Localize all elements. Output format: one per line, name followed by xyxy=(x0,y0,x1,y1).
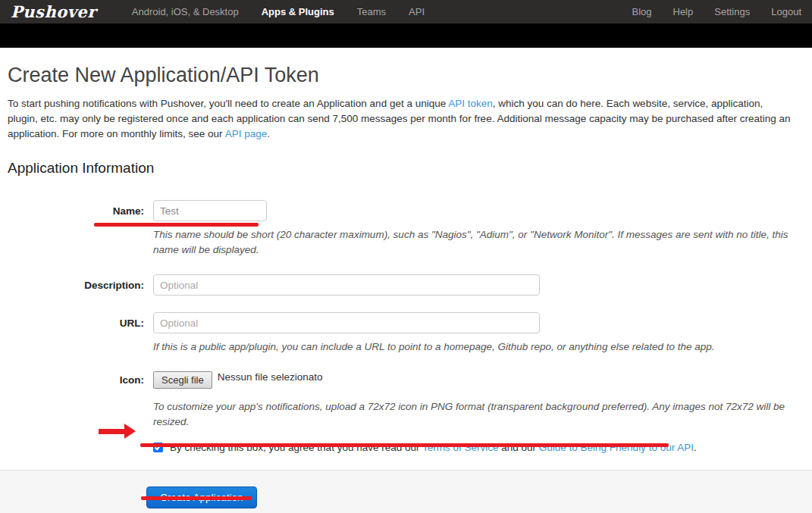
nav-item-apps-plugins[interactable]: Apps & Plugins xyxy=(250,6,346,17)
top-nav: Pushover Android, iOS, & Desktop Apps & … xyxy=(0,0,812,23)
agreement-text-1: By checking this box, you agree that you… xyxy=(170,442,422,453)
black-banner-strip xyxy=(0,23,812,48)
create-application-button[interactable]: Create Application xyxy=(146,486,257,508)
name-helper-text: This name should be short (20 character … xyxy=(153,227,793,258)
intro-paragraph: To start pushing notifications with Push… xyxy=(8,96,793,142)
nav-item-api[interactable]: API xyxy=(397,6,436,17)
agreement-row: By checking this box, you agree that you… xyxy=(8,442,793,453)
form-footer: Create Application xyxy=(0,470,812,513)
name-input[interactable] xyxy=(153,200,267,221)
pushover-logo[interactable]: Pushover xyxy=(11,2,96,21)
url-row: URL: xyxy=(8,312,793,333)
agreement-text-3: . xyxy=(694,442,697,453)
agreement-text: By checking this box, you agree that you… xyxy=(170,442,697,453)
icon-row: Icon: Scegli file Nessun file selezionat… xyxy=(8,371,793,389)
nav-item-help[interactable]: Help xyxy=(663,6,704,17)
nav-item-teams[interactable]: Teams xyxy=(346,6,397,17)
url-input[interactable] xyxy=(153,312,540,333)
name-row: Name: xyxy=(8,200,793,221)
api-token-link[interactable]: API token xyxy=(448,98,493,109)
nav-item-settings[interactable]: Settings xyxy=(704,6,760,17)
intro-text-3: . xyxy=(267,128,270,139)
main-content: Create New Application/API Token To star… xyxy=(0,64,812,453)
url-helper-text: If this is a public app/plugin, you can … xyxy=(153,339,793,355)
page: Pushover Android, iOS, & Desktop Apps & … xyxy=(0,0,812,513)
terms-of-service-link[interactable]: Terms of Service xyxy=(422,442,499,453)
friendly-guide-link[interactable]: Guide to Being Friendly to our API xyxy=(539,442,694,453)
section-title: Application Information xyxy=(8,160,793,177)
agreement-text-2: and our xyxy=(499,442,539,453)
file-status-text: Nessun file selezionato xyxy=(218,371,323,383)
api-page-link[interactable]: API page xyxy=(225,128,268,139)
nav-item-logout[interactable]: Logout xyxy=(760,6,812,17)
page-title: Create New Application/API Token xyxy=(8,64,793,87)
description-input[interactable] xyxy=(153,274,540,296)
icon-helper-text: To customize your app's notifications, u… xyxy=(153,399,793,430)
name-label: Name: xyxy=(8,205,144,217)
choose-file-button[interactable]: Scegli file xyxy=(153,371,212,389)
intro-text-1: To start pushing notifications with Push… xyxy=(8,98,448,109)
nav-right-group: Blog Help Settings Logout xyxy=(621,6,812,17)
nav-item-android-ios-desktop[interactable]: Android, iOS, & Desktop xyxy=(121,6,250,17)
terms-checkbox[interactable] xyxy=(153,443,163,452)
icon-label: Icon: xyxy=(8,374,144,386)
url-label: URL: xyxy=(8,317,144,329)
nav-item-blog[interactable]: Blog xyxy=(621,6,662,17)
description-row: Description: xyxy=(8,274,793,296)
description-label: Description: xyxy=(8,280,144,291)
